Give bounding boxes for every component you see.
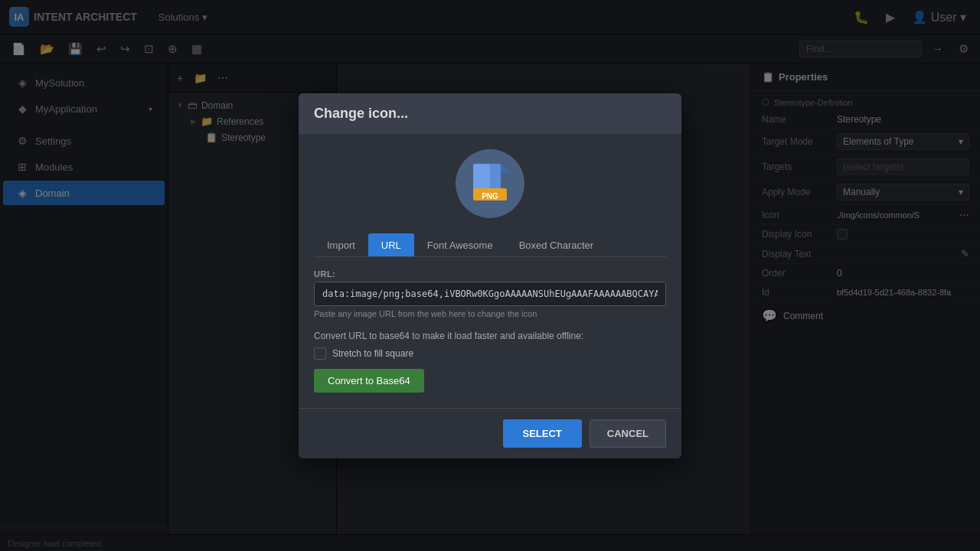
cancel-button[interactable]: CANCEL xyxy=(590,419,666,448)
svg-text:PNG: PNG xyxy=(482,192,498,201)
stretch-checkbox-row: Stretch to fill square xyxy=(314,347,666,360)
svg-marker-2 xyxy=(501,164,510,173)
modal-body: PNG Import URL Font Awesome Boxed Charac… xyxy=(299,134,681,408)
tab-font-awesome[interactable]: Font Awesome xyxy=(414,233,506,256)
change-icon-modal: Change icon... PNG Import xyxy=(299,93,681,458)
icon-preview: PNG xyxy=(314,149,666,218)
convert-to-base64-button[interactable]: Convert to Base64 xyxy=(314,369,424,393)
stretch-label: Stretch to fill square xyxy=(332,348,413,359)
url-label: URL: xyxy=(314,269,666,279)
url-section: URL: Paste any image URL from the web he… xyxy=(314,269,666,318)
modal-header: Change icon... xyxy=(299,93,681,134)
convert-section: Convert URL to base64 to make it load fa… xyxy=(314,331,666,393)
tab-import[interactable]: Import xyxy=(314,233,368,256)
stretch-checkbox[interactable] xyxy=(314,347,326,360)
select-button[interactable]: SELECT xyxy=(503,419,582,448)
png-file-icon: PNG xyxy=(467,161,513,207)
convert-label: Convert URL to base64 to make it load fa… xyxy=(314,331,666,341)
tab-boxed-character[interactable]: Boxed Character xyxy=(506,233,607,256)
modal-overlay: Change icon... PNG Import xyxy=(0,0,980,551)
modal-tabs: Import URL Font Awesome Boxed Character xyxy=(314,233,666,257)
url-input[interactable] xyxy=(314,282,666,306)
url-hint: Paste any image URL from the web here to… xyxy=(314,309,666,318)
icon-preview-circle: PNG xyxy=(456,149,524,218)
tab-url[interactable]: URL xyxy=(368,233,414,256)
modal-footer: SELECT CANCEL xyxy=(299,408,681,458)
modal-title: Change icon... xyxy=(314,106,408,121)
